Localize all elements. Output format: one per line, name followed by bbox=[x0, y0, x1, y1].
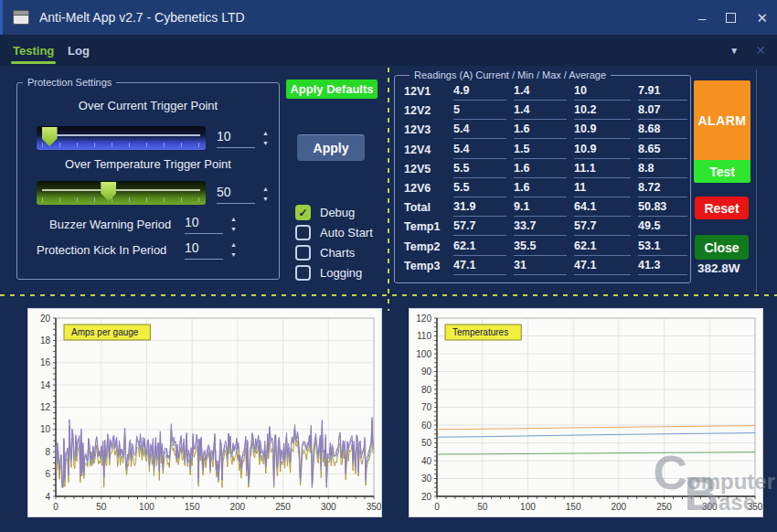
spin-down-icon[interactable]: ▼ bbox=[262, 196, 269, 202]
over-temp-spinner: 50 ▲ ▼ bbox=[217, 185, 269, 204]
over-temp-slider[interactable] bbox=[37, 181, 206, 205]
checkbox-icon: ✓ bbox=[295, 225, 311, 240]
buzzer-period-label: Buzzer Warning Period bbox=[49, 218, 171, 231]
test-button[interactable]: Test bbox=[694, 160, 750, 183]
reset-button[interactable]: Reset bbox=[695, 197, 749, 219]
reading-row-temp2: Temp262.135.562.153.1 bbox=[404, 239, 690, 259]
tab-close-icon[interactable]: ✕ bbox=[755, 43, 766, 58]
svg-text:150: 150 bbox=[185, 502, 200, 512]
over-current-value[interactable]: 10 bbox=[217, 129, 255, 148]
over-current-slider[interactable] bbox=[37, 126, 206, 150]
reading-value: 10 bbox=[574, 84, 631, 101]
svg-text:90: 90 bbox=[421, 367, 432, 377]
spin-down-icon[interactable]: ▼ bbox=[230, 226, 237, 232]
svg-text:300: 300 bbox=[702, 502, 718, 512]
svg-text:120: 120 bbox=[416, 314, 431, 324]
slider-ticks bbox=[42, 143, 200, 147]
reading-value: 11 bbox=[574, 181, 631, 197]
reading-value: 5.4 bbox=[453, 122, 506, 139]
svg-text:20: 20 bbox=[40, 314, 51, 324]
total-power-value: 382.8W bbox=[697, 261, 743, 275]
svg-text:50: 50 bbox=[96, 502, 107, 512]
over-temp-value[interactable]: 50 bbox=[217, 185, 255, 204]
svg-text:16: 16 bbox=[40, 357, 51, 367]
maximize-button[interactable] bbox=[726, 11, 736, 25]
reading-row-12v4: 12V45.41.510.98.65 bbox=[404, 143, 690, 162]
reading-label: Temp3 bbox=[404, 259, 446, 272]
svg-text:60: 60 bbox=[421, 420, 432, 431]
vertical-divider bbox=[388, 68, 389, 311]
tab-bar: Testing Log ▼ ✕ bbox=[0, 35, 777, 66]
reading-value: 47.1 bbox=[574, 259, 631, 275]
reading-value: 4.9 bbox=[453, 84, 506, 101]
svg-text:0: 0 bbox=[434, 502, 440, 512]
reading-label: 12V1 bbox=[404, 84, 446, 98]
checkbox-icon: ✓ bbox=[295, 205, 311, 220]
reading-label: 12V3 bbox=[404, 122, 446, 136]
reading-value: 1.5 bbox=[514, 143, 567, 159]
tab-overflow-dropdown-icon[interactable]: ▼ bbox=[729, 46, 739, 56]
close-button[interactable]: Close bbox=[695, 235, 749, 260]
reading-value: 5.5 bbox=[453, 162, 506, 178]
svg-text:100: 100 bbox=[416, 349, 431, 359]
svg-text:20: 20 bbox=[421, 492, 432, 502]
svg-text:100: 100 bbox=[139, 502, 154, 512]
reading-row-12v2: 12V251.410.28.07 bbox=[404, 103, 690, 122]
tab-log[interactable]: Log bbox=[68, 35, 90, 66]
svg-text:80: 80 bbox=[421, 385, 432, 395]
reading-value: 10.9 bbox=[574, 122, 631, 139]
horizontal-divider bbox=[0, 294, 777, 296]
reading-value: 8.8 bbox=[638, 162, 687, 178]
reading-value: 62.1 bbox=[574, 239, 631, 256]
reading-value: 8.68 bbox=[638, 122, 687, 139]
svg-text:150: 150 bbox=[566, 502, 581, 512]
spin-down-icon[interactable]: ▼ bbox=[262, 140, 269, 146]
buzzer-period-spinner: 10 ▲ ▼ bbox=[185, 215, 237, 234]
kickin-period-value[interactable]: 10 bbox=[185, 240, 223, 260]
apply-button[interactable]: Apply bbox=[297, 134, 365, 161]
reading-value: 1.4 bbox=[514, 84, 567, 101]
checkbox-charts[interactable]: ✓ Charts bbox=[295, 245, 355, 261]
reading-label: 12V4 bbox=[404, 143, 446, 156]
reading-label: Total bbox=[404, 200, 446, 214]
reading-label: Temp2 bbox=[404, 239, 446, 253]
app-icon bbox=[13, 10, 29, 25]
svg-text:18: 18 bbox=[40, 335, 51, 346]
spin-up-icon[interactable]: ▲ bbox=[230, 216, 237, 222]
spin-up-icon[interactable]: ▲ bbox=[230, 241, 237, 248]
reading-value: 1.6 bbox=[514, 122, 567, 139]
alarm-button[interactable]: ALARM bbox=[694, 80, 750, 160]
kickin-period-spinner: 10 ▲ ▼ bbox=[185, 240, 237, 260]
svg-text:40: 40 bbox=[421, 456, 432, 466]
reading-value: 1.6 bbox=[514, 162, 567, 178]
reading-value: 8.07 bbox=[638, 103, 687, 120]
apply-defaults-button[interactable]: Apply Defaults bbox=[286, 80, 378, 99]
spin-up-icon[interactable]: ▲ bbox=[262, 186, 269, 192]
reading-value: 5 bbox=[453, 103, 506, 120]
tab-testing[interactable]: Testing bbox=[13, 35, 54, 66]
reading-value: 57.7 bbox=[453, 219, 506, 236]
checkbox-logging[interactable]: ✓ Logging bbox=[295, 265, 362, 281]
reading-value: 35.5 bbox=[514, 239, 567, 256]
svg-text:30: 30 bbox=[421, 473, 432, 484]
over-temp-label: Over Temperature Trigger Point bbox=[16, 157, 280, 171]
checkbox-auto-start[interactable]: ✓ Auto Start bbox=[295, 225, 373, 240]
slider-track bbox=[42, 134, 200, 136]
close-window-button[interactable]: ✕ bbox=[756, 11, 768, 25]
svg-text:Temperatures: Temperatures bbox=[452, 327, 508, 337]
reading-value: 1.6 bbox=[514, 181, 567, 197]
buzzer-period-value[interactable]: 10 bbox=[185, 215, 223, 234]
svg-text:100: 100 bbox=[520, 502, 536, 512]
checkbox-debug[interactable]: ✓ Debug bbox=[295, 205, 355, 220]
right-panel-edge bbox=[756, 69, 757, 293]
spin-down-icon[interactable]: ▼ bbox=[230, 251, 237, 258]
svg-text:10: 10 bbox=[40, 424, 51, 434]
svg-text:Amps per gauge: Amps per gauge bbox=[71, 327, 139, 337]
slider-track bbox=[42, 189, 200, 191]
minimize-button[interactable]: – bbox=[698, 11, 706, 25]
readings-group: Readings (A) Current / Min / Max / Avera… bbox=[394, 69, 691, 283]
reading-row-12v3: 12V35.41.610.98.68 bbox=[404, 122, 690, 142]
spin-up-icon[interactable]: ▲ bbox=[262, 130, 269, 136]
reading-value: 62.1 bbox=[453, 239, 506, 256]
svg-text:300: 300 bbox=[321, 502, 336, 512]
